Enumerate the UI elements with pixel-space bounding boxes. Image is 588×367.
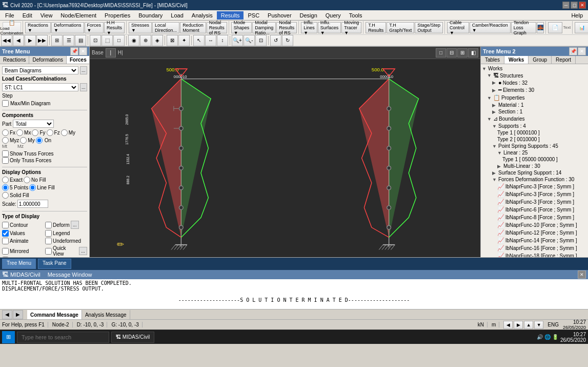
taskbar-task-pane[interactable]: Task Pane [38, 259, 71, 269]
zoom-btn-1[interactable]: 🔍+ [232, 35, 243, 46]
status-btn-4[interactable]: ▼ [534, 321, 543, 329]
status-btn-3[interactable]: ▲ [524, 321, 533, 329]
tree-multilinear[interactable]: ▶ Multi-Linear : 30 [482, 163, 587, 169]
beam-diagrams-btn[interactable]: ... [80, 66, 88, 74]
next-btn[interactable]: ▶ [13, 310, 23, 319]
menu-properties[interactable]: Properties [100, 11, 134, 20]
radio-fx-input[interactable] [2, 129, 9, 136]
load-combination-btn[interactable]: 📋 LoadCombination [3, 22, 21, 33]
tree-properties[interactable]: ▼ 📋 Properties [482, 94, 587, 102]
view-btn-1[interactable]: ⊡ [90, 35, 101, 46]
tree-structures[interactable]: ▼ 🏗 Structures [482, 72, 587, 79]
menu-query[interactable]: Query [321, 11, 345, 20]
stresses-btn[interactable]: Stresses ▼ [129, 22, 152, 33]
view-btn-3[interactable]: □ [113, 35, 125, 46]
tree-type1-linear[interactable]: Type 1 [ 05000 000000 ] [482, 156, 587, 163]
th-graph-btn[interactable]: T.H Graph/Text [387, 22, 414, 33]
tree-napr-4[interactable]: 📈lbNaprFunc-8 [Force ; Symm ] [482, 214, 587, 221]
right-panel-close[interactable]: ✕ [578, 47, 586, 55]
menu-node-element[interactable]: Node/Element [56, 11, 100, 20]
menu-view[interactable]: View [36, 11, 57, 20]
hh-results-btn[interactable]: H.H Results ▼ [104, 22, 125, 33]
move-btn-3[interactable]: ↕ [217, 35, 228, 46]
part-select[interactable]: Total Primary [13, 120, 54, 128]
panel-close-btn[interactable]: ✕ [79, 47, 87, 55]
show-truss-check[interactable] [2, 150, 9, 157]
snap-btn-1[interactable]: ⊠ [167, 35, 178, 46]
tab-deformations[interactable]: Deformations [29, 56, 66, 64]
mirrored-check[interactable] [2, 248, 9, 255]
select-btn-1[interactable]: ◉ [128, 35, 139, 46]
radio-myz2-input[interactable] [36, 137, 43, 144]
values-check[interactable] [2, 230, 9, 237]
tree-works[interactable]: ▼ Works [482, 65, 587, 72]
select-btn-2[interactable]: ⊕ [140, 35, 151, 46]
reduction-moment-btn[interactable]: Reduction Moment [180, 22, 206, 33]
tree-section[interactable]: ▶ Section : 1 [482, 108, 587, 115]
tree-napr-0[interactable]: 📈lbNaprFunc-3 [Force ; Symm ] [482, 183, 587, 190]
menu-analysis[interactable]: Analysis [188, 11, 217, 20]
canvas-view-3[interactable]: ⊞ [457, 48, 468, 57]
radio-my-input[interactable] [61, 129, 68, 136]
radio-my2-input[interactable] [20, 137, 27, 144]
zoom-fit-btn[interactable]: ⊡ [255, 35, 267, 46]
msg-close-btn[interactable]: ✕ [578, 271, 586, 279]
win-start-btn[interactable]: ⊞ [2, 331, 15, 343]
mode-shapes-btn[interactable]: Mode Shapes ▼ [231, 22, 252, 33]
moving-tracer-btn[interactable]: Moving Tracer ▼ [341, 22, 361, 33]
select-btn-3[interactable]: ◈ [152, 35, 163, 46]
load-case-btn[interactable]: ... [80, 83, 88, 91]
canvas-btn-1[interactable]: | [106, 48, 116, 57]
canvas-view-1[interactable]: □ [436, 48, 446, 57]
status-btn-2[interactable]: ▶ [514, 321, 523, 329]
radio-nofill-input[interactable] [24, 177, 30, 183]
nodal-results-btn[interactable]: Nodal Results of RS [207, 22, 227, 33]
local-direction-btn[interactable]: Local Direction... [152, 22, 179, 33]
radio-5pts-input[interactable] [2, 184, 9, 191]
tab-group[interactable]: Group [529, 56, 552, 64]
animate-check[interactable] [2, 238, 9, 244]
menu-psc[interactable]: PSC [244, 11, 263, 20]
tree-type2[interactable]: Type 2 [ 0010000 ] [482, 136, 587, 143]
tab-command-msg[interactable]: Command Message [27, 310, 82, 319]
legend-check[interactable] [45, 230, 52, 237]
results-tables-btn[interactable]: 📊 [575, 22, 588, 33]
panel-pin-btn[interactable]: 📌 [70, 47, 78, 55]
rotate-btn-1[interactable]: ↺ [270, 35, 281, 46]
prev-btn[interactable]: ◀ [2, 310, 12, 319]
menu-edit[interactable]: Edit [18, 11, 36, 20]
move-btn-1[interactable]: ↖ [193, 35, 205, 46]
current-step-check[interactable] [2, 257, 9, 257]
status-btn-1[interactable]: ◀ [503, 321, 513, 329]
tree-napr-9[interactable]: 📈lbNaprFunc-18 [Force ; Symm ] [482, 252, 587, 257]
canvas-view-4[interactable]: ◧ [468, 48, 478, 57]
win-search-input[interactable] [17, 332, 109, 343]
tab-forces[interactable]: Forces [67, 56, 90, 64]
text-output-btn[interactable]: 📄 [548, 22, 562, 33]
tree-napr-6[interactable]: 📈lbNaprFunc-12 [Force ; Symm ] [482, 229, 587, 237]
tab-tables[interactable]: Tables [481, 56, 504, 64]
radio-exact-input[interactable] [2, 177, 9, 183]
zoom-btn-2[interactable]: 🔍- [244, 35, 255, 46]
th-results-btn[interactable]: T.H Results [366, 22, 386, 33]
right-panel-pin[interactable]: 📌 [569, 47, 577, 55]
canvas-view-2[interactable]: ⊟ [447, 48, 457, 57]
nav-btn-4[interactable]: ▶▶ [36, 35, 48, 46]
influ-lines-btn[interactable]: Influ. Lines ▼ [301, 22, 317, 33]
tab-analysis-msg[interactable]: Analysis Message [82, 310, 130, 319]
tree-boundaries[interactable]: ▼ ⊿ Boundaries [482, 115, 587, 123]
deform-check[interactable] [45, 222, 52, 228]
move-btn-2[interactable]: ↔ [205, 35, 216, 46]
tree-napr-1[interactable]: 📈lbNaprFunc-3 [Force ; Symm ] [482, 190, 587, 198]
menu-file[interactable]: File [1, 11, 18, 20]
stage-step-btn[interactable]: Stage/Step Output [415, 22, 443, 33]
tree-napr-8[interactable]: 📈lbNaprFunc-16 [Force ; Symm ] [482, 244, 587, 252]
modal-damping-btn[interactable]: Modal Damping Ratio... [252, 22, 276, 33]
radio-mx-input[interactable] [16, 129, 23, 136]
camber-btn[interactable]: Camber/Reaction ▼ [470, 22, 511, 33]
bridge-girder-btn[interactable]: 🌉 [537, 22, 544, 33]
minimize-btn[interactable]: ─ [562, 2, 570, 9]
close-btn[interactable]: ✕ [579, 2, 586, 9]
reactions-btn[interactable]: Reactions ▼ [25, 22, 51, 33]
tree-napr-2[interactable]: 📈lbNaprFunc-3 [Force ; Symm ] [482, 198, 587, 206]
